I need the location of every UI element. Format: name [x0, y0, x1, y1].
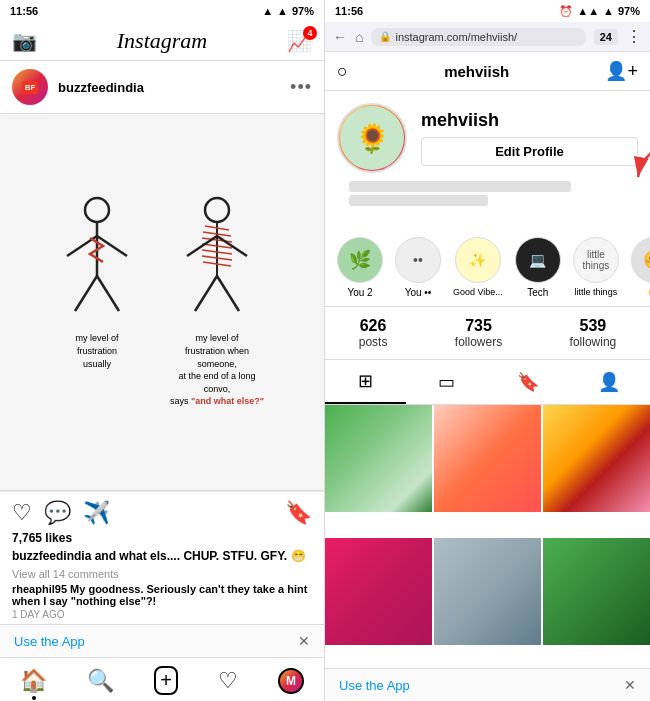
camera-icon[interactable]: 📷 [12, 29, 37, 53]
highlights-row: 🌿 You 2 •• You •• ✨ Good Vibe... 💻 Tech … [325, 229, 650, 307]
highlight-littlethings[interactable]: littlethings little things [573, 237, 619, 298]
red-text: "and what else?" [191, 396, 264, 406]
like-button[interactable]: ♡ [12, 500, 32, 526]
svg-line-5 [97, 276, 119, 311]
profile-display-name: mehviish [421, 110, 638, 131]
signal-icon: ▲ [262, 5, 273, 17]
ig-header: 📷 Instagram 📈 4 [0, 22, 324, 61]
add-user-icon[interactable]: 👤+ [605, 60, 638, 82]
post-time-ago: 1 DAY AGO [12, 609, 312, 620]
story-username[interactable]: buzzfeedindia [58, 80, 280, 95]
caption-text: and what els.... CHUP. STFU. GFY. 😁 [95, 549, 306, 563]
left-panel: 11:56 ▲ ▲ 97% 📷 Instagram 📈 4 BF buzzfee… [0, 0, 325, 701]
instagram-logo: Instagram [117, 28, 207, 54]
post-actions: ♡ 💬 ✈️ 🔖 7,765 likes buzzfeedindia and w… [0, 491, 324, 624]
save-button[interactable]: 🔖 [285, 500, 312, 526]
post-thumb-2[interactable] [434, 405, 541, 512]
close-app-bar-right[interactable]: ✕ [624, 677, 636, 693]
use-app-button-left[interactable]: Use the App [14, 634, 85, 649]
buzzfeed-logo-text: BF [22, 81, 39, 94]
bio-line-2 [349, 195, 488, 206]
highlight-label-littlethings: little things [575, 287, 618, 297]
profile-username-header: mehviish [444, 63, 509, 80]
posts-label: posts [359, 335, 388, 349]
nav-add-left[interactable]: + [154, 666, 178, 695]
url-text: instagram.com/mehviish/ [395, 31, 517, 43]
comment-button[interactable]: 💬 [44, 500, 71, 526]
stories-ring-icon[interactable]: ○ [337, 61, 348, 82]
highlight-circle-goodvibe: ✨ [455, 237, 501, 283]
share-button[interactable]: ✈️ [83, 500, 110, 526]
post-thumb-3[interactable] [543, 405, 650, 512]
likes-count: 7,765 likes [12, 531, 312, 545]
bio-line-1 [349, 181, 571, 192]
highlight-label-you: You •• [405, 287, 432, 298]
followers-stat[interactable]: 735 followers [455, 317, 502, 349]
nav-profile-left[interactable]: M [278, 668, 304, 694]
bottom-nav-left: 🏠 🔍 + ♡ M [0, 657, 324, 701]
notification-badge: 4 [303, 26, 317, 40]
use-app-bar-left: Use the App ✕ [0, 624, 324, 657]
use-app-button-right[interactable]: Use the App [339, 678, 410, 693]
svg-point-0 [85, 198, 109, 222]
following-label: following [570, 335, 617, 349]
close-app-bar-left[interactable]: ✕ [298, 633, 310, 649]
highlight-label-you2: You 2 [347, 287, 372, 298]
post-thumb-1[interactable] [325, 405, 432, 512]
view-comments-link[interactable]: View all 14 comments [12, 568, 312, 580]
tab-list[interactable]: ▭ [406, 360, 487, 404]
svg-point-6 [205, 198, 229, 222]
followers-label: followers [455, 335, 502, 349]
profile-avatar-wrapper: 🌻 [337, 103, 407, 173]
battery-left: 97% [292, 5, 314, 17]
edit-profile-button[interactable]: Edit Profile [421, 137, 638, 166]
highlight-you[interactable]: •• You •• [395, 237, 441, 298]
bio-section [337, 181, 638, 217]
browser-bar: ← ⌂ 🔒 instagram.com/mehviish/ 24 ⋮ [325, 22, 650, 52]
url-bar[interactable]: 🔒 instagram.com/mehviish/ [371, 28, 585, 46]
notifications-button[interactable]: 📈 4 [287, 29, 312, 53]
svg-line-18 [217, 276, 239, 311]
post-illustration: my level offrustrationusually [37, 176, 287, 428]
figure-2-caption: my level offrustration when someone,at t… [167, 332, 267, 408]
use-app-bar-right: Use the App ✕ [325, 668, 650, 701]
browser-back-button[interactable]: ← [333, 29, 347, 45]
browser-home-button[interactable]: ⌂ [355, 29, 363, 45]
story-avatar[interactable]: BF [12, 69, 48, 105]
figure-1: my level offrustrationusually [57, 196, 137, 370]
status-bar-left: 11:56 ▲ ▲ 97% [0, 0, 324, 22]
nav-home-left[interactable]: 🏠 [20, 668, 47, 694]
tab-saved[interactable]: 🔖 [488, 360, 569, 404]
tab-grid[interactable]: ⊞ [325, 360, 406, 404]
profile-header-bar: ○ mehviish 👤+ [325, 52, 650, 91]
browser-more-button[interactable]: ⋮ [626, 27, 642, 46]
highlight-emoji[interactable]: 😊 😊 [631, 237, 650, 298]
comment-preview: rheaphil95 My goodness. Seriously can't … [12, 583, 312, 607]
posts-stat[interactable]: 626 posts [359, 317, 388, 349]
profile-avatar-inner: 🌻 [340, 106, 404, 170]
post-thumb-4[interactable] [325, 538, 432, 645]
tab-count[interactable]: 24 [594, 29, 618, 45]
highlight-circle-tech: 💻 [515, 237, 561, 283]
followers-count: 735 [465, 317, 492, 335]
highlight-tech[interactable]: 💻 Tech [515, 237, 561, 298]
highlight-goodvibe[interactable]: ✨ Good Vibe... [453, 237, 503, 298]
story-row: BF buzzfeedindia ••• [0, 61, 324, 114]
post-thumb-5[interactable] [434, 538, 541, 645]
edit-profile-wrapper: Edit Profile [421, 137, 638, 166]
caption-username[interactable]: buzzfeedindia [12, 549, 91, 563]
tab-tagged[interactable]: 👤 [569, 360, 650, 404]
nav-heart-left[interactable]: ♡ [218, 668, 238, 694]
following-stat[interactable]: 539 following [570, 317, 617, 349]
wifi-icon: ▲ [277, 5, 288, 17]
figure-1-caption: my level offrustrationusually [75, 332, 118, 370]
post-thumb-6[interactable] [543, 538, 650, 645]
highlight-you2[interactable]: 🌿 You 2 [337, 237, 383, 298]
nav-search-left[interactable]: 🔍 [87, 668, 114, 694]
following-count: 539 [580, 317, 607, 335]
commenter-name[interactable]: rheaphil95 [12, 583, 67, 595]
status-bar-right: 11:56 ⏰ ▲▲ ▲ 97% [325, 0, 650, 22]
right-panel: 11:56 ⏰ ▲▲ ▲ 97% ← ⌂ 🔒 instagram.com/meh… [325, 0, 650, 701]
profile-avatar[interactable]: 🌻 [337, 103, 407, 173]
post-options-button[interactable]: ••• [290, 77, 312, 98]
